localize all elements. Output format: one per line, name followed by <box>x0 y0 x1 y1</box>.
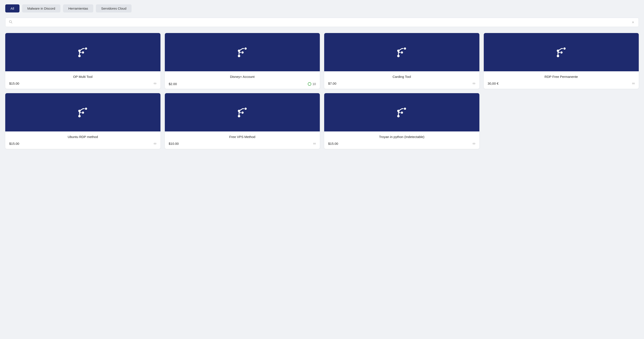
product-body-7: Troyan in python (Indetectable)$15.00∞ <box>324 131 480 149</box>
product-body-6: Free VPS Method$10.00∞ <box>165 131 320 149</box>
product-stock-count: 10 <box>312 82 316 86</box>
svg-point-33 <box>560 51 563 54</box>
svg-point-54 <box>397 115 400 117</box>
svg-point-14 <box>238 55 240 57</box>
search-clear-button[interactable]: × <box>631 20 635 24</box>
product-body-5: Ubuntu RDP method$15.00∞ <box>5 131 160 149</box>
tab-all[interactable]: All <box>5 4 20 12</box>
product-stock-infinite: ∞ <box>472 81 476 86</box>
svg-point-23 <box>397 49 400 52</box>
product-price: $15.00 <box>9 142 19 145</box>
product-body-2: Disney+ Account$2.0010 <box>165 71 320 89</box>
product-image-4 <box>484 33 639 71</box>
svg-point-9 <box>82 51 84 54</box>
product-image-1 <box>5 33 160 71</box>
filter-tabs: AllMalware in DiscordHerramientasServido… <box>5 4 639 12</box>
product-price: $10.00 <box>169 142 179 145</box>
product-price: 30,00 € <box>488 82 499 85</box>
product-footer: $15.00∞ <box>9 81 156 86</box>
product-card[interactable]: RDP Free Permanente30,00 €∞ <box>484 33 639 89</box>
product-body-1: OP Multi Tool$15.00∞ <box>5 71 160 89</box>
product-grid: OP Multi Tool$15.00∞ Disney+ Account$2.0… <box>5 33 639 149</box>
svg-point-47 <box>238 110 240 112</box>
svg-point-39 <box>78 110 81 112</box>
svg-point-57 <box>400 111 403 114</box>
product-body-3: Carding Tool$7.00∞ <box>324 71 480 89</box>
product-image-5 <box>5 93 160 131</box>
product-stock-infinite: ∞ <box>632 81 635 86</box>
svg-point-7 <box>78 49 81 52</box>
search-icon <box>9 20 12 24</box>
tab-servidores-cloud[interactable]: Servidores Cloud <box>96 4 132 12</box>
tab-malware-discord[interactable]: Malware in Discord <box>22 4 61 12</box>
product-stock-infinite: ∞ <box>154 141 156 146</box>
product-name: Free VPS Method <box>169 135 316 139</box>
svg-point-32 <box>563 47 566 50</box>
product-name: Troyan in python (Indetectable) <box>328 135 476 139</box>
product-stock-infinite: ∞ <box>154 81 156 86</box>
product-stock-badge: 10 <box>308 82 316 86</box>
svg-point-55 <box>397 110 400 112</box>
product-card[interactable]: Troyan in python (Indetectable)$15.00∞ <box>324 93 480 149</box>
svg-point-31 <box>557 49 559 52</box>
product-card[interactable]: Disney+ Account$2.0010 <box>165 33 320 89</box>
product-footer: $15.00∞ <box>328 141 476 146</box>
svg-point-41 <box>82 111 84 114</box>
product-image-2 <box>165 33 320 71</box>
product-name: RDP Free Permanente <box>488 75 635 78</box>
product-footer: $15.00∞ <box>9 141 156 146</box>
svg-point-56 <box>404 107 406 110</box>
svg-point-49 <box>241 111 244 114</box>
svg-point-22 <box>397 55 400 57</box>
stock-dot-icon <box>308 82 311 86</box>
search-input[interactable] <box>15 20 631 24</box>
product-price: $15.00 <box>328 142 338 145</box>
product-price: $7.00 <box>328 82 336 85</box>
svg-point-40 <box>85 107 87 110</box>
svg-point-25 <box>400 51 403 54</box>
product-footer: $7.00∞ <box>328 81 476 86</box>
svg-point-46 <box>238 115 240 117</box>
search-bar: × <box>5 18 639 27</box>
product-image-3 <box>324 33 480 71</box>
svg-point-6 <box>78 55 81 57</box>
product-card[interactable]: Carding Tool$7.00∞ <box>324 33 480 89</box>
product-image-7 <box>324 93 480 131</box>
tab-herramientas[interactable]: Herramientas <box>63 4 93 12</box>
product-footer: $2.0010 <box>169 82 316 86</box>
product-footer: 30,00 €∞ <box>488 81 635 86</box>
product-name: OP Multi Tool <box>9 75 156 78</box>
product-image-6 <box>165 93 320 131</box>
svg-point-24 <box>404 47 406 50</box>
product-stock-infinite: ∞ <box>313 141 316 146</box>
product-footer: $10.00∞ <box>169 141 316 146</box>
product-price: $2.00 <box>169 82 177 86</box>
product-card[interactable]: Ubuntu RDP method$15.00∞ <box>5 93 160 149</box>
svg-point-17 <box>241 51 244 54</box>
product-card[interactable]: OP Multi Tool$15.00∞ <box>5 33 160 89</box>
product-body-4: RDP Free Permanente30,00 €∞ <box>484 71 639 89</box>
product-name: Disney+ Account <box>169 75 316 78</box>
product-card[interactable]: Free VPS Method$10.00∞ <box>165 93 320 149</box>
svg-point-8 <box>85 47 87 50</box>
svg-point-15 <box>238 49 240 52</box>
product-stock-infinite: ∞ <box>472 141 476 146</box>
svg-line-1 <box>12 22 12 23</box>
svg-point-48 <box>244 107 247 110</box>
product-price: $15.00 <box>9 82 19 85</box>
svg-point-30 <box>557 55 559 57</box>
svg-point-38 <box>78 115 81 117</box>
product-name: Carding Tool <box>328 75 476 78</box>
svg-point-16 <box>244 47 247 50</box>
product-name: Ubuntu RDP method <box>9 135 156 139</box>
